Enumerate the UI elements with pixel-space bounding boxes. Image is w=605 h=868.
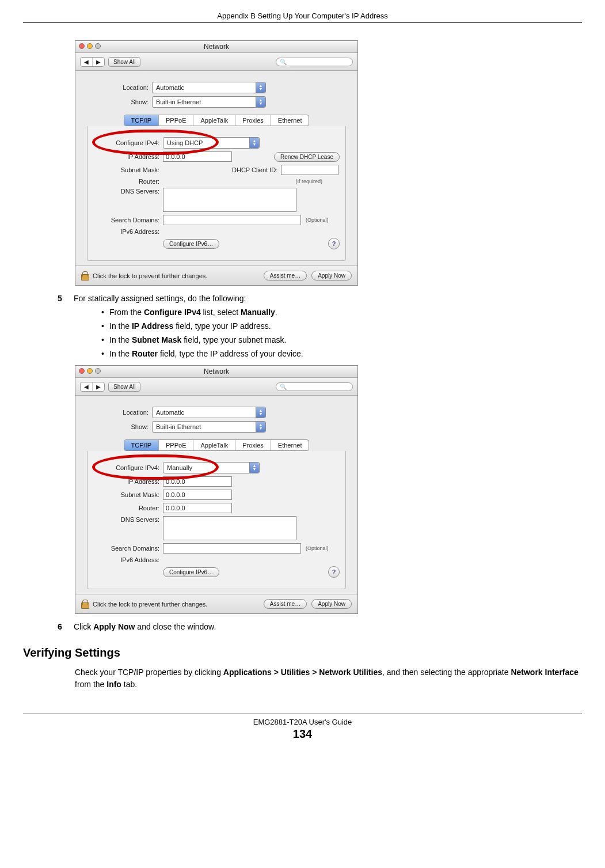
tab-ethernet[interactable]: Ethernet: [271, 115, 309, 126]
show-label: Show:: [82, 98, 152, 105]
list-item: In the IP Address field, type your IP ad…: [109, 321, 582, 331]
configure-ipv4-value: Manually: [167, 464, 192, 471]
chevron-updown-icon: ▲▼: [249, 138, 259, 148]
nav-back-icon[interactable]: ◀: [81, 58, 93, 66]
footer: EMG2881-T20A User's Guide 134: [23, 714, 582, 741]
search-domains-field[interactable]: [163, 215, 301, 225]
help-icon[interactable]: ?: [328, 566, 340, 578]
zoom-icon[interactable]: [95, 43, 101, 49]
tab-tcpip[interactable]: TCP/IP: [124, 115, 159, 126]
footer-title: EMG2881-T20A User's Guide: [23, 718, 582, 726]
location-select[interactable]: Automatic ▲▼: [152, 407, 266, 418]
tab-appletalk[interactable]: AppleTalk: [193, 440, 235, 450]
optional-note: (Optional): [306, 217, 329, 223]
chevron-updown-icon: ▲▼: [256, 82, 265, 93]
show-all-button[interactable]: Show All: [108, 382, 140, 392]
search-input[interactable]: [276, 58, 353, 66]
subnet-mask-label: Subnet Mask:: [93, 491, 163, 498]
show-select[interactable]: Built-in Ethernet ▲▼: [152, 421, 266, 433]
nav-forward-icon[interactable]: ▶: [93, 58, 104, 66]
nav-forward-icon[interactable]: ▶: [93, 382, 104, 391]
close-icon[interactable]: [79, 43, 85, 49]
router-label: Router:: [93, 178, 163, 185]
ip-address-field[interactable]: 0.0.0.0: [163, 151, 232, 162]
minimize-icon[interactable]: [87, 368, 93, 374]
verifying-settings-heading: Verifying Settings: [23, 646, 582, 659]
list-item: From the Configure IPv4 list, select Man…: [109, 308, 582, 317]
location-label: Location:: [82, 84, 152, 91]
dns-servers-field[interactable]: [163, 188, 296, 212]
assist-me-button[interactable]: Assist me…: [264, 599, 307, 609]
chevron-updown-icon: ▲▼: [256, 422, 265, 432]
show-label: Show:: [82, 423, 152, 430]
tab-pppoe[interactable]: PPPoE: [159, 440, 193, 450]
lock-text: Click the lock to prevent further change…: [93, 601, 207, 608]
titlebar: Network: [75, 366, 357, 378]
location-value: Automatic: [156, 84, 184, 91]
tabs: TCP/IP PPPoE AppleTalk Proxies Ethernet: [124, 439, 310, 451]
verifying-settings-paragraph: Check your TCP/IP properties by clicking…: [75, 666, 582, 691]
location-value: Automatic: [156, 409, 184, 416]
list-item: In the Router field, type the IP address…: [109, 349, 582, 358]
renew-dhcp-button[interactable]: Renew DHCP Lease: [274, 152, 340, 162]
subnet-mask-label: Subnet Mask:: [93, 166, 163, 173]
configure-ipv4-label: Configure IPv4:: [93, 464, 163, 471]
show-select[interactable]: Built-in Ethernet ▲▼: [152, 96, 266, 108]
subnet-mask-field[interactable]: 0.0.0.0: [163, 490, 232, 500]
nav-back-fwd[interactable]: ◀ ▶: [80, 57, 105, 67]
configure-ipv6-button[interactable]: Configure IPv6…: [163, 239, 219, 249]
tab-appletalk[interactable]: AppleTalk: [193, 115, 235, 126]
step-5: 5 For statically assigned settings, do t…: [58, 294, 582, 303]
nav-back-icon[interactable]: ◀: [81, 382, 93, 391]
search-input[interactable]: [276, 382, 353, 391]
router-field[interactable]: 0.0.0.0: [163, 503, 232, 513]
ip-address-label: IP Address:: [93, 153, 163, 160]
lock-icon[interactable]: [81, 600, 89, 609]
tab-tcpip[interactable]: TCP/IP: [124, 440, 159, 450]
running-header: Appendix B Setting Up Your Computer's IP…: [23, 12, 582, 23]
screenshot-network-dhcp: Network ◀ ▶ Show All Location: Automatic…: [75, 40, 358, 286]
dns-servers-field[interactable]: [163, 516, 296, 540]
tab-ethernet[interactable]: Ethernet: [271, 440, 309, 450]
minimize-icon[interactable]: [87, 43, 93, 49]
dhcp-client-id-label: DHCP Client ID:: [232, 166, 281, 173]
configure-ipv4-select[interactable]: Using DHCP ▲▼: [163, 137, 260, 149]
chevron-updown-icon: ▲▼: [249, 463, 259, 473]
zoom-icon[interactable]: [95, 368, 101, 374]
ip-address-field[interactable]: 0.0.0.0: [163, 476, 232, 487]
assist-me-button[interactable]: Assist me…: [264, 271, 307, 281]
show-value: Built-in Ethernet: [156, 423, 201, 430]
screenshot-network-manual: Network ◀ ▶ Show All Location: Automatic…: [75, 365, 358, 614]
tabs: TCP/IP PPPoE AppleTalk Proxies Ethernet: [124, 115, 310, 126]
configure-ipv6-button[interactable]: Configure IPv6…: [163, 567, 219, 577]
apply-now-button[interactable]: Apply Now: [311, 599, 352, 609]
nav-back-fwd[interactable]: ◀ ▶: [80, 382, 105, 392]
lock-icon[interactable]: [81, 271, 89, 281]
page-number: 134: [23, 727, 582, 741]
help-icon[interactable]: ?: [328, 238, 340, 249]
tab-pppoe[interactable]: PPPoE: [159, 115, 193, 126]
apply-now-button[interactable]: Apply Now: [311, 271, 352, 281]
search-domains-label: Search Domains:: [93, 545, 163, 552]
toolbar: ◀ ▶ Show All: [75, 378, 357, 396]
dns-servers-label: DNS Servers:: [93, 188, 163, 195]
show-value: Built-in Ethernet: [156, 98, 201, 105]
tab-proxies[interactable]: Proxies: [235, 115, 271, 126]
dhcp-client-id-field[interactable]: [281, 165, 338, 175]
tab-proxies[interactable]: Proxies: [235, 440, 271, 450]
ip-address-label: IP Address:: [93, 478, 163, 485]
configure-ipv4-value: Using DHCP: [167, 139, 203, 146]
toolbar: ◀ ▶ Show All: [75, 53, 357, 71]
optional-note: (Optional): [306, 545, 329, 551]
location-select[interactable]: Automatic ▲▼: [152, 82, 266, 93]
if-required-note: (If required): [295, 179, 322, 184]
dns-servers-label: DNS Servers:: [93, 516, 163, 523]
configure-ipv4-select[interactable]: Manually ▲▼: [163, 462, 260, 473]
show-all-button[interactable]: Show All: [108, 57, 140, 67]
window-title: Network: [204, 43, 229, 51]
search-domains-field[interactable]: [163, 543, 301, 554]
close-icon[interactable]: [79, 368, 85, 374]
lock-text: Click the lock to prevent further change…: [93, 272, 207, 279]
step-number: 5: [58, 294, 71, 303]
chevron-updown-icon: ▲▼: [256, 407, 265, 418]
